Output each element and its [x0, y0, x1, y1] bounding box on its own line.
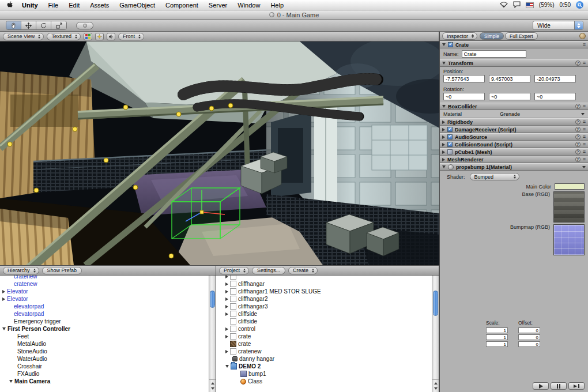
disclosure-triangle-icon[interactable]	[225, 327, 228, 331]
camera-angle-dropdown[interactable]: Front	[118, 33, 144, 40]
rotation-x-field[interactable]	[443, 93, 485, 100]
scrollbar-arrows[interactable]	[209, 379, 216, 392]
material-value[interactable]: Grenade	[500, 111, 520, 117]
offset-field-y[interactable]	[518, 334, 540, 340]
scale-tool-button[interactable]	[51, 21, 66, 29]
rotation-y-field[interactable]	[489, 93, 530, 100]
disclosure-triangle-icon[interactable]	[225, 350, 228, 353]
rotate-tool-button[interactable]	[36, 21, 51, 29]
hierarchy-item[interactable]: cratenew	[0, 276, 209, 280]
audio-toggle-icon[interactable]	[107, 33, 115, 40]
scrollbar-arrows[interactable]	[432, 379, 439, 392]
hierarchy-item[interactable]: Crosshair	[0, 363, 209, 370]
project-item[interactable]: cliffhangar3	[223, 303, 432, 310]
bumpmap-texture-thumbnail[interactable]	[553, 224, 585, 255]
hierarchy-item[interactable]: Emergency trigger	[0, 318, 209, 325]
project-item[interactable]: control	[223, 325, 432, 333]
disclosure-triangle-icon[interactable]	[225, 312, 228, 316]
damagereceiver-section-bar[interactable]: DamageReceiver (Script)	[440, 126, 588, 133]
component-enabled-checkbox[interactable]	[447, 127, 453, 132]
hierarchy-item[interactable]: Elevator	[0, 295, 209, 303]
name-field[interactable]	[462, 50, 526, 58]
move-tool-button[interactable]	[21, 21, 36, 29]
context-menu-icon[interactable]	[583, 142, 586, 147]
layout-dropdown[interactable]: Wide	[533, 21, 583, 30]
step-button[interactable]	[568, 382, 585, 390]
menu-gameobject[interactable]: GameObject	[114, 2, 160, 9]
disclosure-triangle-icon[interactable]	[225, 335, 228, 338]
project-item[interactable]: crate	[223, 340, 432, 348]
project-item[interactable]: danny hangar	[223, 355, 432, 363]
disclosure-triangle-icon[interactable]	[442, 105, 446, 108]
project-tab-dropdown[interactable]: Project	[219, 267, 249, 274]
disclosure-triangle-icon[interactable]	[442, 128, 445, 131]
hierarchy-item[interactable]: Feet	[0, 333, 209, 340]
hierarchy-item[interactable]: Elevator	[0, 288, 209, 295]
apple-menu-icon[interactable]	[7, 1, 13, 9]
project-item[interactable]: cratenew	[223, 348, 432, 355]
hierarchy-item[interactable]: First Person Controller	[0, 325, 209, 333]
hierarchy-item[interactable]: cratenew	[0, 280, 209, 288]
scrollbar-thumb[interactable]	[210, 291, 215, 308]
disclosure-triangle-icon[interactable]	[442, 143, 445, 146]
menu-file[interactable]: File	[43, 2, 64, 9]
play-button[interactable]	[533, 382, 549, 390]
menu-unity[interactable]: Unity	[17, 2, 43, 9]
hierarchy-item[interactable]: StoneAudio	[0, 348, 209, 355]
hierarchy-item[interactable]: elevatorpad	[0, 310, 209, 318]
pause-button[interactable]	[551, 382, 567, 390]
pan-tool-button[interactable]	[6, 21, 21, 29]
keyboard-layout-icon[interactable]	[526, 2, 534, 8]
spotlight-icon[interactable]	[576, 1, 583, 9]
disclosure-triangle-icon[interactable]	[442, 43, 446, 46]
base-texture-thumbnail[interactable]	[553, 191, 585, 223]
dropdown-triangle-icon[interactable]	[581, 113, 585, 115]
disclosure-triangle-icon[interactable]	[225, 365, 229, 368]
disclosure-triangle-icon[interactable]	[442, 150, 445, 154]
project-item[interactable]: cliffside	[223, 310, 432, 318]
hierarchy-item[interactable]: MetalAudio	[0, 340, 209, 348]
chat-icon[interactable]	[513, 1, 521, 9]
scale-field-x[interactable]	[486, 327, 508, 333]
dropdown-triangle-icon[interactable]	[582, 166, 586, 168]
disclosure-triangle-icon[interactable]	[442, 62, 446, 65]
create-dropdown[interactable]: Create	[288, 267, 318, 274]
hierarchy-item[interactable]: WaterAudio	[0, 355, 209, 363]
disclosure-triangle-icon[interactable]	[442, 158, 445, 161]
component-enabled-checkbox[interactable]	[447, 134, 453, 140]
rotation-z-field[interactable]	[534, 93, 576, 100]
project-item[interactable]: crate	[223, 333, 432, 340]
project-item-partial[interactable]	[223, 276, 432, 280]
scene-view-tab-dropdown[interactable]: Scene View	[3, 33, 44, 40]
disclosure-triangle-icon[interactable]	[225, 297, 228, 301]
meshrenderer-section-bar[interactable]: MeshRenderer	[440, 156, 588, 163]
window-titlebar[interactable]: 0 - Main Game	[0, 10, 588, 20]
shader-dropdown[interactable]: Bumped	[470, 173, 519, 180]
menu-help[interactable]: Help	[265, 2, 289, 9]
help-icon[interactable]	[575, 134, 581, 140]
project-item[interactable]: DEMO 2	[223, 363, 432, 370]
main-color-swatch[interactable]	[555, 183, 585, 190]
project-item[interactable]: cliffhangar	[223, 280, 432, 288]
offset-field-x[interactable]	[518, 327, 540, 333]
menu-server[interactable]: Server	[203, 2, 232, 9]
disclosure-triangle-icon[interactable]	[442, 165, 446, 168]
project-item[interactable]: cliffside	[223, 318, 432, 325]
scrollbar-thumb[interactable]	[433, 291, 438, 316]
wifi-icon[interactable]	[500, 1, 508, 9]
project-item[interactable]: bump1	[223, 370, 432, 378]
menubar-clock[interactable]: 0:50	[560, 2, 571, 8]
render-mode-icon[interactable]	[84, 33, 92, 40]
disclosure-triangle-icon[interactable]	[2, 327, 6, 330]
help-icon[interactable]	[575, 127, 581, 132]
object-header-bar[interactable]: Crate	[440, 41, 588, 48]
context-menu-icon[interactable]	[583, 157, 586, 162]
help-icon[interactable]	[575, 142, 581, 147]
disclosure-triangle-icon[interactable]	[9, 380, 13, 383]
settings-button[interactable]: Settings...	[252, 267, 285, 274]
inspector-tab-dropdown[interactable]: Inspector	[442, 32, 477, 40]
menu-component[interactable]: Component	[160, 2, 203, 9]
boxcollider-section-bar[interactable]: BoxCollider	[440, 103, 588, 110]
context-menu-icon[interactable]	[583, 149, 586, 154]
shading-mode-dropdown[interactable]: Textured	[47, 33, 81, 40]
